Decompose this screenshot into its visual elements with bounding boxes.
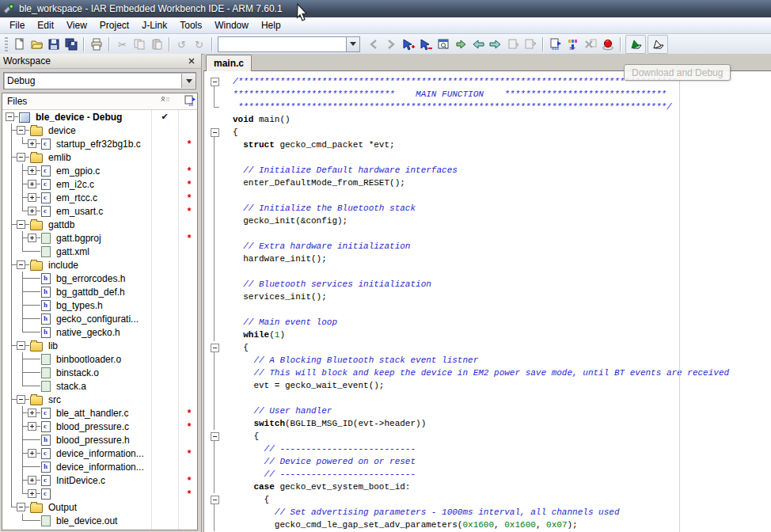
find-input[interactable] <box>218 37 346 51</box>
expand-icon[interactable] <box>28 137 40 150</box>
tree-item-initdevice-c[interactable]: InitDevice.c * <box>2 473 197 487</box>
collapse-icon[interactable] <box>17 218 29 231</box>
tree-item-em-i2c-c[interactable]: em_i2c.c * <box>2 177 197 191</box>
find-combo[interactable] <box>218 36 360 52</box>
search-replace-button[interactable] <box>417 36 435 53</box>
toolbar-grip[interactable] <box>5 37 8 51</box>
toggle-breakpoint-button[interactable] <box>599 36 617 53</box>
debug-without-downloading-button[interactable] <box>648 35 668 54</box>
menu-window[interactable]: Window <box>208 18 255 32</box>
files-column-header[interactable]: Files 10 <box>2 93 197 110</box>
expand-icon[interactable] <box>28 164 40 177</box>
new-document-button[interactable] <box>10 36 28 53</box>
copy-button[interactable] <box>131 36 148 53</box>
print-button[interactable] <box>88 36 105 53</box>
fold-margin[interactable] <box>204 341 233 354</box>
open-header-source-button[interactable] <box>504 36 522 53</box>
tree-item-gattdb[interactable]: gattdb <box>2 218 197 231</box>
stop-build-button[interactable] <box>582 36 599 53</box>
tree-item-gatt-bgproj[interactable]: gatt.bgproj * <box>2 231 197 245</box>
expand-icon[interactable] <box>28 446 40 460</box>
menu-project[interactable]: Project <box>93 18 135 32</box>
tree-item-emlib[interactable]: emlib <box>2 150 197 164</box>
tree-item-device-information[interactable]: device_information... * <box>2 446 197 460</box>
title-bar[interactable]: ble_workspace - IAR Embedded Workbench I… <box>0 0 771 17</box>
tree-item-em-gpio-c[interactable]: em_gpio.c * <box>2 164 197 177</box>
menu-help[interactable]: Help <box>255 18 287 32</box>
menu-edit[interactable]: Edit <box>31 18 60 32</box>
collapse-icon[interactable] <box>17 500 29 514</box>
tree-item-ble-device-debug[interactable]: ble_device - Debug ✔ <box>2 110 197 124</box>
fold-margin[interactable] <box>204 430 233 443</box>
tree-item-bg-gattdb-def-h[interactable]: bg_gattdb_def.h <box>2 285 197 298</box>
tree-item-device-information[interactable]: device_information... <box>2 460 197 473</box>
collapse-icon[interactable] <box>17 150 29 164</box>
expand-icon[interactable] <box>28 191 40 204</box>
code-editor[interactable]: /***************************************… <box>203 71 771 532</box>
tree-item-em-rtcc-c[interactable]: em_rtcc.c * <box>2 191 197 204</box>
open-file-button[interactable] <box>28 36 45 53</box>
expand-icon[interactable] <box>28 420 40 433</box>
fold-margin[interactable] <box>204 75 233 88</box>
download-and-debug-button[interactable] <box>625 35 646 54</box>
tree-item-binbootloader-o[interactable]: binbootloader.o <box>2 352 197 366</box>
find-dropdown-button[interactable] <box>346 37 359 51</box>
undo-button[interactable]: ↺ <box>173 36 191 53</box>
workspace-tree[interactable]: ble_device - Debug ✔ device startup_efr3… <box>2 110 197 530</box>
tab-main-c[interactable]: main.c <box>206 55 252 71</box>
expand-icon[interactable] <box>28 231 40 245</box>
tree-item-bg-errorcodes-h[interactable]: bg_errorcodes.h <box>2 272 197 285</box>
fold-margin[interactable] <box>204 493 233 506</box>
expand-icon[interactable] <box>28 473 40 487</box>
save-all-button[interactable] <box>63 36 80 53</box>
batch-build-button[interactable]: 10 <box>564 36 582 53</box>
tree-item-stack-a[interactable]: stack.a <box>2 379 197 393</box>
find-previous-button[interactable] <box>365 36 382 53</box>
save-button[interactable] <box>45 36 63 53</box>
fold-margin[interactable] <box>204 126 233 139</box>
tree-item-device[interactable]: device <box>2 124 197 137</box>
collapse-icon[interactable] <box>17 393 29 406</box>
expand-icon[interactable] <box>28 406 40 420</box>
collapse-icon[interactable] <box>6 110 18 124</box>
find-in-files-button[interactable] <box>435 36 452 53</box>
redo-button[interactable]: ↻ <box>191 36 208 53</box>
menu-jlink[interactable]: J-Link <box>135 18 173 32</box>
tree-item-em-usart-c[interactable]: em_usart.c * <box>2 204 197 218</box>
tree-item-lib[interactable]: lib <box>2 339 197 352</box>
collapse-icon[interactable] <box>17 339 29 352</box>
expand-icon[interactable] <box>28 177 40 191</box>
tree-item-output[interactable]: Output <box>2 500 197 514</box>
cut-button[interactable]: ✂ <box>113 36 131 53</box>
open-header-source-2-button[interactable] <box>522 36 539 53</box>
menu-file[interactable]: File <box>3 18 31 32</box>
expand-icon[interactable] <box>28 204 40 218</box>
find-next-button[interactable] <box>382 36 400 53</box>
tree-item-src[interactable]: src <box>2 393 197 406</box>
collapse-icon[interactable] <box>17 258 29 272</box>
paste-button[interactable] <box>148 36 165 53</box>
make-button[interactable] <box>452 36 469 53</box>
compile-button[interactable]: 010 <box>547 36 564 53</box>
menu-tools[interactable]: Tools <box>173 18 208 32</box>
tree-item-blood-pressure-c[interactable]: blood_pressure.c * <box>2 420 197 433</box>
menu-view[interactable]: View <box>60 18 93 32</box>
tree-item-main-c[interactable]: main.c * <box>2 487 197 500</box>
configuration-dropdown[interactable]: Debug <box>3 72 196 89</box>
quick-search-button[interactable] <box>400 36 417 53</box>
tree-item-gatt-xml[interactable]: gatt.xml <box>2 245 197 258</box>
expand-icon[interactable] <box>28 487 40 500</box>
workspace-close-button[interactable] <box>185 55 198 67</box>
tree-item-gecko-configurati[interactable]: gecko_configurati... <box>2 312 197 325</box>
tree-item-blood-pressure-h[interactable]: blood_pressure.h <box>2 433 197 446</box>
dropdown-button[interactable] <box>181 74 196 88</box>
tree-item-bg-types-h[interactable]: bg_types.h <box>2 298 197 312</box>
tree-item-binstack-o[interactable]: binstack.o <box>2 366 197 379</box>
tree-item-ble-att-handler-c[interactable]: ble_att_handler.c * <box>2 406 197 420</box>
tree-item-ble-device-out[interactable]: ble_device.out <box>2 514 197 527</box>
collapse-icon[interactable] <box>17 124 29 137</box>
navigate-back-button[interactable] <box>469 36 487 53</box>
tree-item-startup-efr32bg1b-c[interactable]: startup_efr32bg1b.c * <box>2 137 197 150</box>
tree-item-native-gecko-h[interactable]: native_gecko.h <box>2 325 197 339</box>
navigate-forward-button[interactable] <box>487 36 504 53</box>
